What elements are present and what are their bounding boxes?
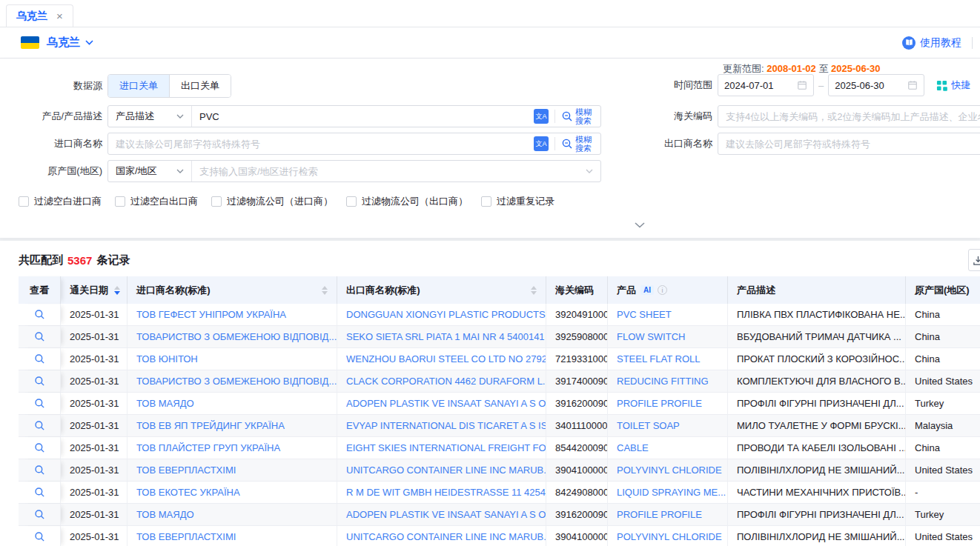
calendar-icon (797, 80, 807, 90)
cell-hscode: 3916200090 (546, 393, 608, 414)
cell-exporter-link[interactable]: CLACK CORPORATION 4462 DURAFORM L... (337, 370, 546, 392)
cell-importer-link[interactable]: ТОВ МАЯДО (128, 504, 337, 525)
cell-description: МИЛО ТУАЛЕТНЕ У ФОРМІ БРУСКІ... (728, 415, 906, 436)
view-record-button[interactable] (19, 482, 61, 503)
checkbox[interactable] (346, 196, 357, 207)
cell-date: 2025-01-31 (61, 304, 128, 325)
importer-search-input[interactable] (108, 134, 534, 153)
cell-importer-link[interactable]: ТОВ ЕВЕРПЛАСТХІМІ (128, 459, 337, 481)
tab-close-icon[interactable]: × (56, 10, 63, 21)
translate-icon[interactable]: 文A (534, 136, 549, 151)
column-header-importer[interactable]: 进口商名称(标准) (128, 276, 337, 304)
cell-product-link[interactable]: FLOW SWITCH (608, 326, 728, 347)
table-row: 2025-01-31 ТОВ ЕКОТЕС УКРАЇНА R M DE WIT… (19, 482, 980, 504)
product-type-select[interactable]: 产品描述 (108, 106, 192, 127)
view-record-button[interactable] (19, 393, 61, 414)
export-button[interactable] (968, 249, 980, 271)
cell-exporter-link[interactable]: ADOPEN PLASTIK VE INSAAT SANAYI A S O... (337, 393, 546, 414)
cell-exporter-link[interactable]: R M DE WIT GMBH HEIDESTRASSE 11 4254... (337, 482, 546, 503)
exporter-name-input[interactable] (718, 133, 980, 155)
cell-importer-link[interactable]: ТОВ ЕКОТЕС УКРАЇНА (128, 482, 337, 503)
view-record-button[interactable] (19, 437, 61, 459)
cell-origin: - (906, 482, 980, 503)
cell-product-link[interactable]: PROFILE PROFILE (608, 393, 728, 414)
cell-importer-link[interactable]: ТОВ ЮНІТОН (128, 348, 337, 370)
cell-exporter-link[interactable]: WENZHOU BAORUI STEEL CO LTD NO 2792... (337, 348, 546, 370)
cell-exporter-link[interactable]: EVYAP INTERNATIONAL DIS TICARET A S IS..… (337, 415, 546, 436)
importer-fuzzy-search-button[interactable]: 模糊搜索 (561, 135, 600, 153)
cell-product-link[interactable]: STEEL FLAT ROLL (608, 348, 728, 370)
filter-checkbox-item[interactable]: 过滤物流公司（出口商） (346, 195, 468, 208)
origin-search-input[interactable] (192, 162, 586, 181)
date-to-input[interactable]: 2025-06-30 (828, 74, 924, 96)
filter-checkbox-item[interactable]: 过滤空白进口商 (19, 195, 102, 208)
product-search-input[interactable] (192, 107, 534, 126)
checkbox[interactable] (115, 196, 125, 207)
cell-exporter-link[interactable]: EIGHT SKIES INTERNATIONAL FREIGHT FOR... (337, 437, 546, 459)
cell-date: 2025-01-31 (61, 393, 128, 414)
cell-date: 2025-01-31 (61, 437, 128, 459)
filter-checkbox-item[interactable]: 过滤空白出口商 (115, 195, 198, 208)
filter-checkbox-item[interactable]: 过滤重复记录 (481, 195, 554, 208)
cell-exporter-link[interactable]: SEKO SIETA SRL PIATA 1 MAI NR 4 5400141 … (337, 326, 546, 347)
view-record-button[interactable] (19, 370, 61, 392)
cell-product-link[interactable]: PVC SHEET (608, 304, 728, 325)
cell-product-link[interactable]: POLYVINYL CHLORIDE (608, 459, 728, 481)
cell-importer-link[interactable]: ТОВ ЕВЕРПЛАСТХІМІ (128, 526, 337, 546)
datasource-import-button[interactable]: 进口关单 (108, 75, 169, 97)
cell-hscode: 3920491000 (546, 304, 608, 325)
column-header-hscode: 海关编码 (546, 276, 608, 304)
cell-product-link[interactable]: TOILET SOAP (608, 415, 728, 436)
cell-importer-link[interactable]: ТОВАРИСТВО З ОБМЕЖЕНОЮ ВІДПОВІД... (128, 326, 337, 347)
cell-product-link[interactable]: CABLE (608, 437, 728, 459)
quick-select-button[interactable]: 快捷 (936, 79, 970, 92)
cell-exporter-link[interactable]: DONGGUAN XIONGYI PLASTIC PRODUCTS ... (337, 304, 546, 325)
table-header-row: 查看 通关日期 进口商名称(标准) 出口商名称(标准) 海关编码 产品 AI i… (19, 276, 980, 304)
cell-importer-link[interactable]: ТОВ ПЛАЙСТЕР ГРУП УКРАЇНА (128, 437, 337, 459)
filter-checkbox-item[interactable]: 过滤物流公司（进口商） (211, 195, 333, 208)
hs-code-input[interactable] (718, 105, 980, 127)
product-fuzzy-search-button[interactable]: 模糊搜索 (561, 107, 600, 125)
table-row: 2025-01-31 ТОВ МАЯДО ADOPEN PLASTIK VE I… (19, 504, 980, 526)
checkbox[interactable] (211, 196, 222, 207)
cell-date: 2025-01-31 (61, 415, 128, 436)
view-record-button[interactable] (19, 526, 61, 546)
view-record-button[interactable] (19, 504, 61, 525)
cell-importer-link[interactable]: ТОВ ГЕФЕСТ УНІПРОМ УКРАЇНА (128, 304, 337, 325)
origin-type-select-value: 国家/地区 (116, 164, 157, 178)
cell-exporter-link[interactable]: UNITCARGO CONTAINER LINE INC MARUB... (337, 526, 546, 546)
cell-product-link[interactable]: PROFILE PROFILE (608, 504, 728, 525)
cell-importer-link[interactable]: ТОВАРИСТВО З ОБМЕЖЕНОЮ ВІДПОВІД... (128, 370, 337, 392)
translate-icon[interactable]: 文A (534, 109, 549, 124)
cell-importer-link[interactable]: ТОВ ЕВ ЯП ТРЕЙДИНГ УКРАЇНА (128, 415, 337, 436)
tutorial-link[interactable]: 使用教程 (902, 36, 961, 50)
column-header-exporter[interactable]: 出口商名称(标准) (337, 276, 546, 304)
cell-product-link[interactable]: LIQUID SPRAYING ME... (608, 482, 728, 503)
cell-product-link[interactable]: REDUCING FITTING (608, 370, 728, 392)
checkbox[interactable] (19, 196, 29, 207)
cell-exporter-link[interactable]: UNITCARGO CONTAINER LINE INC MARUB... (337, 459, 546, 481)
country-selector[interactable]: 乌克兰 (21, 36, 93, 50)
view-record-button[interactable] (19, 304, 61, 325)
count-prefix: 共匹配到 (19, 253, 63, 267)
origin-type-select[interactable]: 国家/地区 (108, 161, 192, 182)
view-record-button[interactable] (19, 459, 61, 481)
cell-product-link[interactable]: POLYVINYL CHLORIDE (608, 526, 728, 546)
tab-ukraine[interactable]: 乌克兰 × (6, 4, 73, 27)
view-record-button[interactable] (19, 415, 61, 436)
cell-exporter-link[interactable]: ADOPEN PLASTIK VE INSAAT SANAYI A S O... (337, 504, 546, 525)
collapse-panel-button[interactable] (630, 219, 649, 232)
column-header-date[interactable]: 通关日期 (61, 276, 128, 304)
view-record-button[interactable] (19, 348, 61, 370)
country-name: 乌克兰 (47, 36, 80, 50)
date-from-input[interactable]: 2024-07-01 (718, 74, 814, 96)
info-icon[interactable]: i (658, 285, 667, 295)
sort-icon[interactable] (531, 286, 537, 295)
checkbox[interactable] (481, 196, 491, 207)
view-record-button[interactable] (19, 326, 61, 347)
datasource-export-button[interactable]: 出口关单 (169, 75, 231, 97)
cell-importer-link[interactable]: ТОВ МАЯДО (128, 393, 337, 414)
sort-icon[interactable] (322, 286, 328, 295)
checkbox-label: 过滤重复记录 (497, 195, 554, 208)
sort-icon[interactable] (114, 286, 120, 295)
